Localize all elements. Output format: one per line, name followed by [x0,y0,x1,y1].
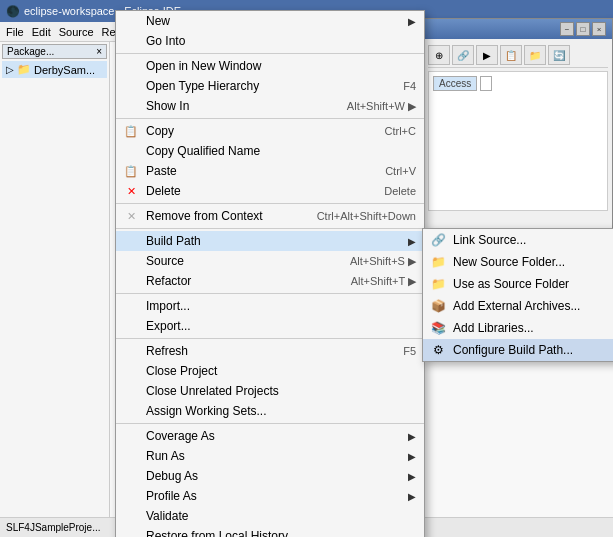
sidebar-tab[interactable]: Package... × [2,44,107,59]
menu-source[interactable]: Source [59,26,94,38]
dialog-content-area: Access [428,71,608,211]
menu-item-profile-as[interactable]: Profile As ▶ [116,486,424,506]
assign-working-label: Assign Working Sets... [146,404,267,418]
project-label: DerbySam... [34,64,95,76]
menu-item-remove-context[interactable]: ✕ Remove from Context Ctrl+Alt+Shift+Dow… [116,206,424,226]
sidebar-close-icon[interactable]: × [96,46,102,57]
show-in-label: Show In [146,99,189,113]
dialog-close-button[interactable]: × [592,22,606,36]
link-source-icon: 🔗 [429,231,447,249]
refresh-label: Refresh [146,344,188,358]
menu-item-paste[interactable]: 📋 Paste Ctrl+V [116,161,424,181]
menu-item-restore-history[interactable]: Restore from Local History... [116,526,424,537]
debug-as-label: Debug As [146,469,198,483]
menu-item-build-path[interactable]: Build Path ▶ [116,231,424,251]
dialog-toolbar-btn-3[interactable]: ▶ [476,45,498,65]
menu-item-go-into[interactable]: Go Into [116,31,424,51]
dialog-maximize-button[interactable]: □ [576,22,590,36]
submenu-item-configure-build-path[interactable]: ⚙ Configure Build Path... [423,339,613,361]
dialog-controls: − □ × [560,22,606,36]
menu-item-copy[interactable]: 📋 Copy Ctrl+C [116,121,424,141]
new-arrow-icon: ▶ [408,16,416,27]
delete-shortcut: Delete [364,185,416,197]
menu-item-assign-working[interactable]: Assign Working Sets... [116,401,424,421]
dialog-toolbar-btn-2[interactable]: 🔗 [452,45,474,65]
refactor-label: Refactor [146,274,191,288]
link-source-label: Link Source... [453,233,526,247]
dialog-toolbar-btn-5[interactable]: 📁 [524,45,546,65]
menu-edit[interactable]: Edit [32,26,51,38]
ide-icon: 🌑 [6,5,20,18]
menu-item-copy-qualified[interactable]: Copy Qualified Name [116,141,424,161]
build-path-arrow-icon: ▶ [408,236,416,247]
dialog-tab-row: Access [433,76,603,91]
submenu-item-new-source-folder[interactable]: 📁 New Source Folder... [423,251,613,273]
menu-item-close-unrelated[interactable]: Close Unrelated Projects [116,381,424,401]
menu-item-delete[interactable]: ✕ Delete Delete [116,181,424,201]
project-icon: 📁 [17,63,31,76]
separator-3 [116,203,424,204]
dialog-tab-access[interactable]: Access [433,76,477,91]
submenu-item-add-libraries[interactable]: 📚 Add Libraries... [423,317,613,339]
submenu-item-link-source[interactable]: 🔗 Link Source... [423,229,613,251]
copy-icon: 📋 [122,122,140,140]
dialog-tab-other[interactable] [480,76,492,91]
sidebar-tree-item[interactable]: ▷ 📁 DerbySam... [2,61,107,78]
run-as-arrow-icon: ▶ [408,451,416,462]
copy-shortcut: Ctrl+C [365,125,416,137]
use-source-folder-icon: 📁 [429,275,447,293]
use-source-folder-label: Use as Source Folder [453,277,569,291]
dialog-toolbar-btn-6[interactable]: 🔄 [548,45,570,65]
dialog-minimize-button[interactable]: − [560,22,574,36]
add-external-label: Add External Archives... [453,299,580,313]
menu-item-close-project[interactable]: Close Project [116,361,424,381]
paste-shortcut: Ctrl+V [365,165,416,177]
configure-build-path-label: Configure Build Path... [453,343,573,357]
delete-icon: ✕ [122,182,140,200]
remove-context-label: Remove from Context [146,209,263,223]
dialog-toolbar-btn-1[interactable]: ⊕ [428,45,450,65]
debug-as-arrow-icon: ▶ [408,471,416,482]
open-window-label: Open in New Window [146,59,261,73]
dialog-toolbar-btn-4[interactable]: 📋 [500,45,522,65]
menu-item-refactor[interactable]: Refactor Alt+Shift+T ▶ [116,271,424,291]
menu-file[interactable]: File [6,26,24,38]
menu-item-refresh[interactable]: Refresh F5 [116,341,424,361]
status-text: SLF4JSampleProje... [6,522,101,533]
new-label: New [146,14,170,28]
export-label: Export... [146,319,191,333]
separator-7 [116,423,424,424]
menu-item-show-in[interactable]: Show In Alt+Shift+W ▶ [116,96,424,116]
sidebar: Package... × ▷ 📁 DerbySam... [0,42,110,535]
profile-as-label: Profile As [146,489,197,503]
paste-label: Paste [146,164,177,178]
source-shortcut: Alt+Shift+S ▶ [330,255,416,268]
refresh-shortcut: F5 [383,345,416,357]
menu-item-new[interactable]: New ▶ [116,11,424,31]
submenu-item-use-source-folder[interactable]: 📁 Use as Source Folder [423,273,613,295]
menu-item-validate[interactable]: Validate [116,506,424,526]
configure-build-path-icon: ⚙ [429,341,447,359]
separator-1 [116,53,424,54]
remove-context-shortcut: Ctrl+Alt+Shift+Down [297,210,416,222]
submenu-item-add-external[interactable]: 📦 Add External Archives... [423,295,613,317]
new-source-folder-icon: 📁 [429,253,447,271]
show-in-shortcut: Alt+Shift+W ▶ [327,100,416,113]
menu-item-debug-as[interactable]: Debug As ▶ [116,466,424,486]
run-as-label: Run As [146,449,185,463]
type-hierarchy-label: Open Type Hierarchy [146,79,259,93]
menu-item-import[interactable]: Import... [116,296,424,316]
menu-item-source[interactable]: Source Alt+Shift+S ▶ [116,251,424,271]
menu-item-export[interactable]: Export... [116,316,424,336]
add-libraries-icon: 📚 [429,319,447,337]
menu-item-run-as[interactable]: Run As ▶ [116,446,424,466]
menu-item-type-hierarchy[interactable]: Open Type Hierarchy F4 [116,76,424,96]
profile-as-arrow-icon: ▶ [408,491,416,502]
separator-2 [116,118,424,119]
type-hierarchy-shortcut: F4 [383,80,416,92]
context-menu: New ▶ Go Into Open in New Window Open Ty… [115,10,425,537]
add-external-icon: 📦 [429,297,447,315]
separator-6 [116,338,424,339]
menu-item-open-window[interactable]: Open in New Window [116,56,424,76]
menu-item-coverage-as[interactable]: Coverage As ▶ [116,426,424,446]
